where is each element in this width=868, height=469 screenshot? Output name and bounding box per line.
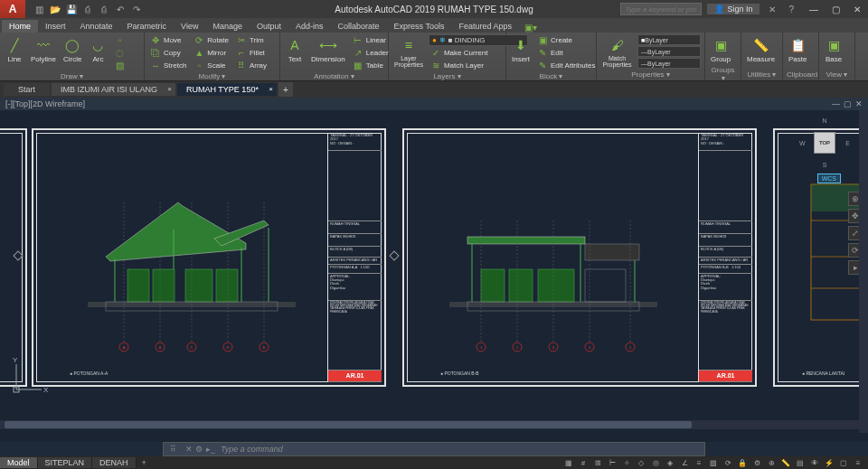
exchange-icon[interactable]: ✕	[765, 5, 779, 14]
snap-toggle[interactable]: ⊞	[591, 457, 604, 468]
tab-insert[interactable]: Insert	[38, 20, 73, 33]
arc-button[interactable]: ◡Arc	[87, 34, 108, 65]
undo-icon[interactable]: ↶	[114, 3, 127, 15]
close-button[interactable]: ✕	[846, 0, 868, 18]
leader-button[interactable]: ↗Leader	[351, 47, 391, 59]
minimize-button[interactable]: —	[803, 0, 825, 18]
move-button[interactable]: ✥Move	[148, 34, 188, 46]
help-icon[interactable]: ?	[785, 5, 797, 14]
color-combo[interactable]: ■ ByLayer	[637, 34, 701, 45]
array-button[interactable]: ⠿Array	[234, 60, 269, 71]
tab-express[interactable]: Express Tools	[387, 20, 452, 33]
tab-parametric[interactable]: Parametric	[120, 20, 175, 33]
help-search-input[interactable]	[620, 3, 702, 15]
tab-featured[interactable]: Featured Apps	[451, 20, 519, 33]
close-cmd-icon[interactable]: ✕	[185, 445, 193, 454]
units-toggle[interactable]: 📏	[779, 457, 792, 468]
osnap-toggle[interactable]: ◎	[649, 457, 662, 468]
group-button[interactable]: ▣Group	[709, 34, 732, 65]
draw-misc2[interactable]: ◌	[112, 47, 127, 59]
table-button[interactable]: ▦Table	[351, 60, 391, 71]
transparency-toggle[interactable]: ▨	[707, 457, 720, 468]
create-block-button[interactable]: ▣Create	[535, 34, 597, 46]
saveas-icon[interactable]: ⎙	[81, 3, 94, 15]
clean-screen-toggle[interactable]: ▢	[837, 457, 850, 468]
scale-button[interactable]: ▫Scale	[192, 60, 231, 71]
open-icon[interactable]: 📂	[49, 3, 61, 15]
stretch-button[interactable]: ↔Stretch	[148, 60, 188, 71]
mirror-button[interactable]: ▲Mirror	[192, 47, 231, 59]
lineweight-toggle[interactable]: ≡	[693, 457, 705, 468]
viewport-controls[interactable]: [-][Top][2D Wireframe]	[5, 99, 85, 108]
new-tab-button[interactable]: +	[278, 82, 293, 97]
polar-toggle[interactable]: ✧	[620, 457, 633, 468]
close-tab-icon[interactable]: ×	[269, 85, 273, 93]
close-tab-icon[interactable]: ×	[167, 85, 172, 93]
edit-block-button[interactable]: ✎Edit	[535, 47, 597, 59]
new-icon[interactable]: ▥	[33, 3, 45, 15]
quick-props-toggle[interactable]: ▤	[794, 457, 807, 468]
workspace-toggle[interactable]: ⚙	[750, 457, 763, 468]
save-icon[interactable]: 💾	[65, 3, 78, 15]
tab-manage[interactable]: Manage	[205, 20, 250, 33]
isolate-toggle[interactable]: 👁	[808, 457, 821, 468]
insert-button[interactable]: ⬇Insert	[510, 34, 532, 65]
tab-addins[interactable]: Add-ins	[288, 20, 331, 33]
command-line[interactable]: ⠿ ✕⚙ ▸_ Type a command	[163, 442, 705, 456]
viewcube[interactable]: NS EW TOP	[799, 117, 850, 168]
layout-tab-model[interactable]: Model	[0, 457, 38, 468]
redo-icon[interactable]: ↷	[130, 3, 143, 15]
model-space-toggle[interactable]: ▦	[562, 457, 575, 468]
drawing-canvas[interactable]: TANGGAL · 27 OKTOBER 2017NO · DESAIN : R…	[0, 110, 868, 442]
draw-misc1[interactable]: ▫	[112, 34, 127, 46]
grid-toggle[interactable]: #	[577, 457, 590, 468]
tab-annotate[interactable]: Annotate	[73, 20, 120, 33]
circle-button[interactable]: ◯Circle	[61, 34, 83, 65]
fillet-button[interactable]: ⌐Fillet	[234, 47, 269, 59]
3dosnap-toggle[interactable]: ◈	[664, 457, 676, 468]
edit-attr-button[interactable]: ✎Edit Attributes	[535, 60, 597, 71]
tab-view[interactable]: View	[174, 20, 205, 33]
copy-button[interactable]: ⿻Copy	[148, 47, 188, 59]
linetype-combo[interactable]: — ByLayer	[637, 58, 701, 69]
viewcube-top-face[interactable]: TOP	[814, 132, 835, 154]
linear-button[interactable]: ⊢Linear	[351, 34, 391, 46]
file-tab-1[interactable]: RUMAH TYPE 150*×	[177, 83, 277, 96]
vp-close-icon[interactable]: ✕	[855, 99, 863, 108]
ribbon-expand-icon[interactable]: ▣▾	[524, 23, 537, 33]
ortho-toggle[interactable]: ⊢	[606, 457, 618, 468]
rotate-button[interactable]: ⟳Rotate	[192, 34, 231, 46]
start-tab[interactable]: Start	[4, 83, 50, 96]
line-button[interactable]: ╱Line	[4, 34, 25, 65]
isodraft-toggle[interactable]: ◇	[635, 457, 647, 468]
trim-button[interactable]: ✂Trim	[234, 34, 269, 46]
dimension-button[interactable]: ⟷Dimension	[309, 34, 347, 65]
customize-status-icon[interactable]: ≡	[852, 457, 864, 468]
measure-button[interactable]: 📏Measure	[745, 34, 777, 65]
add-layout-button[interactable]: +	[137, 457, 152, 468]
tab-home[interactable]: Home	[2, 20, 38, 33]
file-tab-0[interactable]: IMB IZUMI AIR ISI ULANG×	[52, 83, 175, 96]
horizontal-scrollbar[interactable]	[0, 420, 868, 429]
match-props-button[interactable]: 🖌Match Properties	[600, 34, 634, 70]
customize-cmd-icon[interactable]: ⚙	[195, 445, 203, 454]
hardware-accel-toggle[interactable]: ⚡	[823, 457, 835, 468]
vertical-scrollbar[interactable]	[859, 110, 868, 433]
signin-button[interactable]: 👤Sign In	[707, 4, 760, 14]
layout-tab-1[interactable]: SITEPLAN	[38, 457, 93, 468]
vp-min-icon[interactable]: —	[832, 99, 840, 108]
maximize-button[interactable]: ▢	[825, 0, 846, 18]
polyline-button[interactable]: 〰Polyline	[29, 34, 58, 65]
annotation-scale[interactable]: 🔒	[736, 457, 749, 468]
text-button[interactable]: AText	[284, 34, 306, 65]
lineweight-combo[interactable]: — ByLayer	[637, 46, 701, 57]
scrollbar-thumb[interactable]	[5, 421, 692, 428]
layout-tab-2[interactable]: DENAH	[92, 457, 137, 468]
layer-props-button[interactable]: ≡Layer Properties	[392, 34, 425, 70]
tab-output[interactable]: Output	[250, 20, 288, 33]
otrack-toggle[interactable]: ∠	[678, 457, 691, 468]
paste-button[interactable]: 📋Paste	[787, 34, 808, 65]
tab-collaborate[interactable]: Collaborate	[331, 20, 387, 33]
app-menu-button[interactable]: A	[0, 0, 25, 18]
base-button[interactable]: ▣Base	[823, 34, 844, 65]
